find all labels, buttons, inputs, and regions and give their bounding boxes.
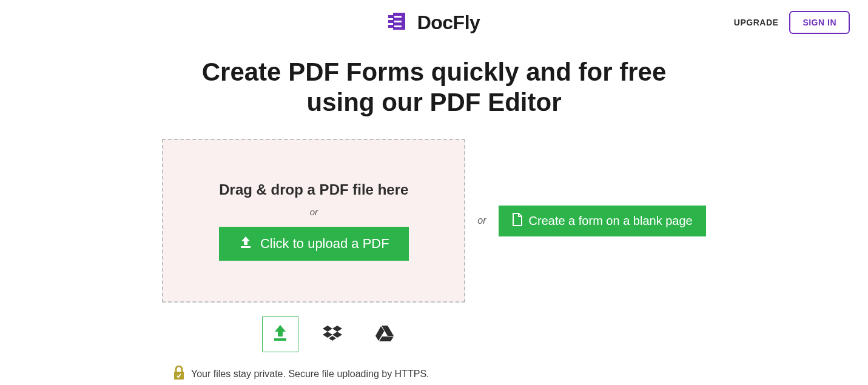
google-drive-icon bbox=[375, 324, 394, 344]
create-blank-button[interactable]: Create a form on a blank page bbox=[499, 206, 706, 236]
title-line-1: Create PDF Forms quickly and for free bbox=[202, 58, 667, 86]
header-right: UPGRADE SIGN IN bbox=[734, 11, 850, 34]
logo-text: DocFly bbox=[417, 12, 480, 34]
upgrade-link[interactable]: UPGRADE bbox=[734, 18, 779, 27]
dropzone-title: Drag & drop a PDF file here bbox=[219, 181, 408, 198]
source-local-upload[interactable] bbox=[262, 316, 298, 352]
upload-button-label: Click to upload a PDF bbox=[260, 236, 389, 252]
create-blank-label: Create a form on a blank page bbox=[529, 214, 693, 228]
dropzone-or: or bbox=[310, 207, 318, 217]
privacy-row: Your files stay private. Secure file upl… bbox=[173, 366, 868, 383]
dropzone[interactable]: Drag & drop a PDF file here or Click to … bbox=[162, 139, 465, 303]
header: DocFly UPGRADE SIGN IN bbox=[0, 0, 868, 40]
logo-icon bbox=[388, 11, 411, 34]
signin-button[interactable]: SIGN IN bbox=[789, 11, 850, 34]
svg-rect-7 bbox=[241, 246, 251, 248]
document-icon bbox=[512, 213, 523, 229]
svg-rect-6 bbox=[394, 25, 402, 27]
source-google-drive[interactable] bbox=[366, 316, 403, 352]
logo[interactable]: DocFly bbox=[388, 11, 480, 34]
source-dropbox[interactable] bbox=[314, 316, 351, 352]
middle-or: or bbox=[477, 215, 486, 226]
main-row: Drag & drop a PDF file here or Click to … bbox=[0, 139, 868, 303]
dropbox-icon bbox=[323, 324, 342, 344]
page-title: Create PDF Forms quickly and for free us… bbox=[0, 57, 868, 117]
upload-source-row bbox=[262, 316, 868, 352]
svg-rect-8 bbox=[274, 338, 286, 341]
svg-rect-5 bbox=[394, 21, 402, 22]
upload-icon bbox=[271, 324, 290, 344]
title-line-2: using our PDF Editor bbox=[307, 88, 562, 116]
privacy-text: Your files stay private. Secure file upl… bbox=[191, 369, 429, 380]
upload-icon bbox=[238, 235, 253, 252]
upload-button[interactable]: Click to upload a PDF bbox=[219, 227, 409, 261]
lock-icon bbox=[173, 366, 185, 383]
svg-rect-4 bbox=[394, 16, 402, 18]
